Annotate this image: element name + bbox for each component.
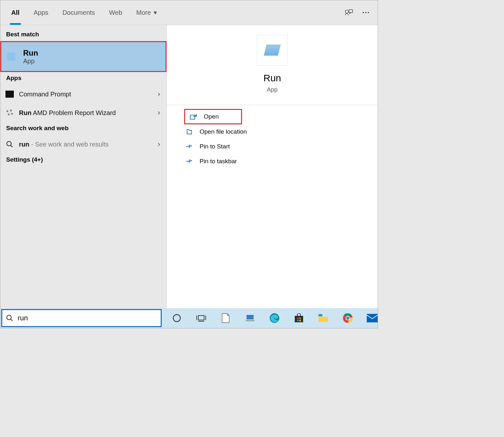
svg-point-4 <box>368 12 369 13</box>
cortana-icon[interactable] <box>171 313 182 324</box>
tab-all[interactable]: All <box>4 0 27 25</box>
svg-rect-26 <box>319 314 322 316</box>
result-label: Command Prompt <box>19 91 158 98</box>
search-input[interactable] <box>18 314 157 322</box>
svg-rect-1 <box>349 10 353 13</box>
svg-line-10 <box>11 145 13 147</box>
pin-icon <box>185 143 193 150</box>
result-web-search[interactable]: run - See work and web results › <box>0 135 166 154</box>
action-open[interactable]: Open <box>184 109 242 124</box>
best-match-header: Best match <box>0 28 166 41</box>
chrome-icon[interactable] <box>342 313 353 324</box>
svg-rect-21 <box>295 316 303 322</box>
action-pin-to-start[interactable]: Pin to Start <box>167 139 378 154</box>
detail-subtitle: App <box>267 86 278 93</box>
result-subtitle: App <box>23 58 38 65</box>
chevron-right-icon[interactable]: › <box>158 90 162 98</box>
svg-rect-30 <box>367 314 378 322</box>
tab-more[interactable]: More▾ <box>129 0 164 25</box>
result-title: Run <box>23 49 38 58</box>
svg-point-0 <box>345 10 348 13</box>
action-open-file-location[interactable]: Open file location <box>167 124 378 139</box>
command-prompt-icon <box>5 89 14 99</box>
search-icon <box>6 315 13 322</box>
task-view-icon[interactable] <box>196 313 207 324</box>
search-web-header: Search work and web <box>0 122 166 135</box>
taskbar-search[interactable] <box>1 309 162 327</box>
svg-rect-22 <box>297 317 299 319</box>
svg-rect-19 <box>247 315 254 319</box>
svg-rect-15 <box>198 316 204 320</box>
tab-label: Apps <box>34 9 49 16</box>
store-icon[interactable] <box>293 313 304 324</box>
action-label: Open file location <box>200 128 247 135</box>
tab-web[interactable]: Web <box>102 0 129 25</box>
laptop-icon[interactable] <box>245 313 256 324</box>
search-icon <box>5 139 14 149</box>
open-icon <box>190 113 197 120</box>
result-label: run - See work and web results <box>19 141 158 148</box>
chevron-right-icon[interactable]: › <box>158 109 162 117</box>
tab-label: All <box>11 9 20 16</box>
svg-point-29 <box>346 317 349 320</box>
svg-point-14 <box>173 315 180 322</box>
svg-line-13 <box>11 319 13 321</box>
action-label: Open <box>204 113 219 120</box>
taskbar <box>0 308 378 328</box>
svg-rect-23 <box>299 317 301 319</box>
svg-point-3 <box>365 12 366 13</box>
detail-panel: Run App Open Open file location <box>167 25 378 308</box>
tab-label: More <box>136 9 151 16</box>
svg-point-5 <box>6 110 8 112</box>
chevron-right-icon[interactable]: › <box>158 140 162 148</box>
svg-point-7 <box>8 113 10 115</box>
apps-header: Apps <box>0 72 166 85</box>
tab-documents[interactable]: Documents <box>55 0 102 25</box>
file-explorer-icon[interactable] <box>318 313 329 324</box>
run-app-icon <box>7 52 15 61</box>
folder-icon <box>185 129 193 135</box>
libreoffice-icon[interactable] <box>220 313 231 324</box>
more-options-icon[interactable] <box>362 12 369 13</box>
action-label: Pin to taskbar <box>200 158 237 165</box>
action-pin-to-taskbar[interactable]: Pin to taskbar <box>167 154 378 169</box>
result-amd-wizard[interactable]: Run AMD Problem Report Wizard › <box>0 103 166 122</box>
chevron-down-icon: ▾ <box>154 9 157 16</box>
settings-header[interactable]: Settings (4+) <box>0 154 166 166</box>
mail-icon[interactable] <box>367 313 378 324</box>
result-command-prompt[interactable]: Command Prompt › <box>0 85 166 103</box>
svg-point-6 <box>10 110 12 111</box>
edge-icon[interactable] <box>269 313 280 324</box>
svg-point-12 <box>7 315 11 320</box>
results-panel: Best match Run App Apps Command Prompt ›… <box>0 25 167 308</box>
svg-point-2 <box>363 12 364 13</box>
svg-point-8 <box>11 113 13 115</box>
filter-tabs: All Apps Documents Web More▾ <box>0 0 378 25</box>
detail-title: Run <box>263 73 281 84</box>
tab-label: Documents <box>62 9 95 16</box>
result-label: Run AMD Problem Report Wizard <box>19 109 158 117</box>
amd-icon <box>5 108 14 118</box>
best-match-result[interactable]: Run App <box>0 41 166 72</box>
pin-icon <box>185 158 193 165</box>
action-label: Pin to Start <box>200 143 230 150</box>
tab-label: Web <box>109 9 122 16</box>
app-large-icon <box>257 35 288 66</box>
tab-apps[interactable]: Apps <box>27 0 56 25</box>
feedback-icon[interactable] <box>344 9 353 16</box>
svg-rect-11 <box>190 115 195 119</box>
svg-point-9 <box>7 141 11 146</box>
svg-rect-24 <box>297 320 299 321</box>
svg-rect-25 <box>299 320 301 321</box>
